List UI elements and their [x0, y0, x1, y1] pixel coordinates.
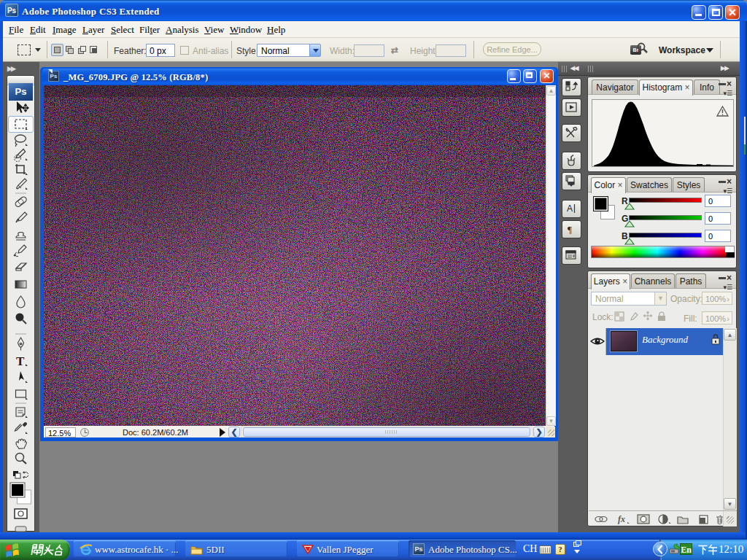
svg-text:A: A [567, 203, 573, 214]
svg-text:T: T [16, 354, 25, 368]
svg-text:¶: ¶ [568, 224, 572, 235]
svg-text:fx: fx [618, 514, 625, 524]
